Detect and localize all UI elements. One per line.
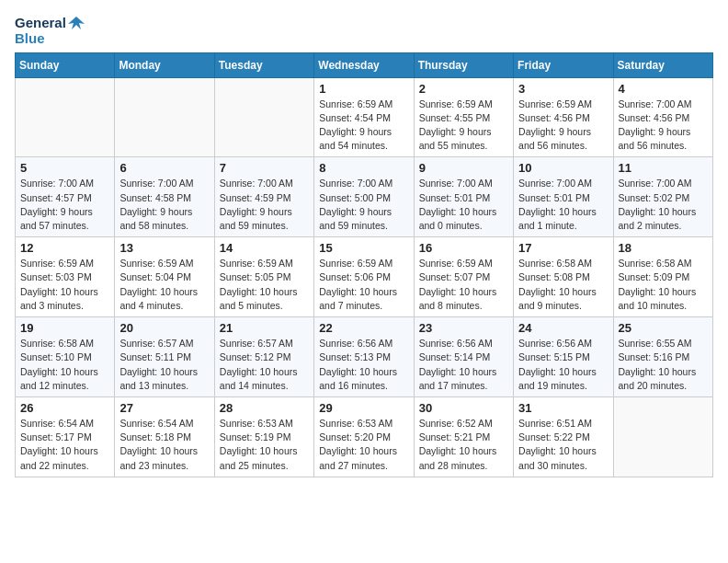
day-cell-10: 10Sunrise: 7:00 AM Sunset: 5:01 PM Dayli… — [514, 157, 613, 237]
day-number: 2 — [419, 82, 508, 96]
day-cell-17: 17Sunrise: 6:58 AM Sunset: 5:08 PM Dayli… — [514, 237, 613, 317]
day-info: Sunrise: 6:59 AM Sunset: 5:04 PM Dayligh… — [119, 257, 209, 313]
day-number: 19 — [20, 321, 109, 335]
day-number: 6 — [119, 161, 209, 175]
day-number: 28 — [220, 401, 309, 415]
page-header: General Blue — [15, 15, 713, 47]
weekday-header-wednesday: Wednesday — [314, 52, 414, 77]
day-info: Sunrise: 6:59 AM Sunset: 5:05 PM Dayligh… — [220, 257, 309, 313]
day-number: 15 — [319, 241, 408, 255]
logo: General Blue — [15, 15, 85, 47]
day-number: 16 — [419, 241, 508, 255]
day-number: 14 — [220, 241, 309, 255]
day-number: 7 — [220, 161, 309, 175]
day-info: Sunrise: 6:59 AM Sunset: 5:06 PM Dayligh… — [319, 257, 408, 313]
day-cell-23: 23Sunrise: 6:56 AM Sunset: 5:14 PM Dayli… — [414, 317, 513, 397]
day-number: 21 — [220, 321, 309, 335]
day-info: Sunrise: 6:57 AM Sunset: 5:12 PM Dayligh… — [220, 337, 309, 393]
day-info: Sunrise: 6:54 AM Sunset: 5:18 PM Dayligh… — [119, 417, 209, 473]
empty-cell — [115, 77, 214, 157]
day-cell-22: 22Sunrise: 6:56 AM Sunset: 5:13 PM Dayli… — [314, 317, 414, 397]
weekday-header-saturday: Saturday — [613, 52, 712, 77]
day-number: 30 — [419, 401, 508, 415]
day-info: Sunrise: 6:58 AM Sunset: 5:09 PM Dayligh… — [619, 257, 708, 313]
day-info: Sunrise: 6:58 AM Sunset: 5:10 PM Dayligh… — [20, 337, 109, 393]
day-info: Sunrise: 7:00 AM Sunset: 5:01 PM Dayligh… — [518, 177, 608, 233]
day-number: 29 — [319, 401, 408, 415]
weekday-header-row: SundayMondayTuesdayWednesdayThursdayFrid… — [16, 52, 713, 77]
day-info: Sunrise: 6:54 AM Sunset: 5:17 PM Dayligh… — [20, 417, 109, 473]
day-number: 12 — [20, 241, 109, 255]
day-number: 11 — [619, 161, 708, 175]
day-number: 24 — [518, 321, 608, 335]
day-cell-6: 6Sunrise: 7:00 AM Sunset: 4:58 PM Daylig… — [115, 157, 214, 237]
day-number: 8 — [319, 161, 408, 175]
day-number: 27 — [119, 401, 209, 415]
day-number: 20 — [119, 321, 209, 335]
day-info: Sunrise: 6:55 AM Sunset: 5:16 PM Dayligh… — [619, 337, 708, 393]
day-info: Sunrise: 6:52 AM Sunset: 5:21 PM Dayligh… — [419, 417, 508, 473]
day-cell-5: 5Sunrise: 7:00 AM Sunset: 4:57 PM Daylig… — [16, 157, 115, 237]
day-info: Sunrise: 6:57 AM Sunset: 5:11 PM Dayligh… — [119, 337, 209, 393]
day-info: Sunrise: 6:53 AM Sunset: 5:20 PM Dayligh… — [319, 417, 408, 473]
day-number: 3 — [518, 82, 608, 96]
day-info: Sunrise: 6:56 AM Sunset: 5:13 PM Dayligh… — [319, 337, 408, 393]
day-cell-1: 1Sunrise: 6:59 AM Sunset: 4:54 PM Daylig… — [314, 77, 414, 157]
day-cell-25: 25Sunrise: 6:55 AM Sunset: 5:16 PM Dayli… — [613, 317, 712, 397]
day-number: 22 — [319, 321, 408, 335]
week-row-3: 12Sunrise: 6:59 AM Sunset: 5:03 PM Dayli… — [16, 237, 713, 317]
weekday-header-sunday: Sunday — [16, 52, 115, 77]
day-info: Sunrise: 6:59 AM Sunset: 4:56 PM Dayligh… — [518, 98, 608, 154]
day-number: 26 — [20, 401, 109, 415]
day-number: 23 — [419, 321, 508, 335]
weekday-header-monday: Monday — [115, 52, 214, 77]
day-info: Sunrise: 6:59 AM Sunset: 5:03 PM Dayligh… — [20, 257, 109, 313]
day-cell-15: 15Sunrise: 6:59 AM Sunset: 5:06 PM Dayli… — [314, 237, 414, 317]
day-number: 5 — [20, 161, 109, 175]
day-info: Sunrise: 6:59 AM Sunset: 4:55 PM Dayligh… — [419, 98, 508, 154]
day-cell-30: 30Sunrise: 6:52 AM Sunset: 5:21 PM Dayli… — [414, 397, 513, 477]
day-cell-12: 12Sunrise: 6:59 AM Sunset: 5:03 PM Dayli… — [16, 237, 115, 317]
week-row-2: 5Sunrise: 7:00 AM Sunset: 4:57 PM Daylig… — [16, 157, 713, 237]
day-cell-16: 16Sunrise: 6:59 AM Sunset: 5:07 PM Dayli… — [414, 237, 513, 317]
day-cell-20: 20Sunrise: 6:57 AM Sunset: 5:11 PM Dayli… — [115, 317, 214, 397]
empty-cell — [214, 77, 313, 157]
day-cell-28: 28Sunrise: 6:53 AM Sunset: 5:19 PM Dayli… — [214, 397, 313, 477]
day-number: 10 — [518, 161, 608, 175]
week-row-1: 1Sunrise: 6:59 AM Sunset: 4:54 PM Daylig… — [16, 77, 713, 157]
day-cell-18: 18Sunrise: 6:58 AM Sunset: 5:09 PM Dayli… — [613, 237, 712, 317]
day-number: 13 — [119, 241, 209, 255]
day-number: 17 — [518, 241, 608, 255]
empty-cell — [613, 397, 712, 477]
day-number: 4 — [619, 82, 708, 96]
logo-bird-icon — [68, 15, 85, 31]
day-info: Sunrise: 6:56 AM Sunset: 5:14 PM Dayligh… — [419, 337, 508, 393]
day-cell-27: 27Sunrise: 6:54 AM Sunset: 5:18 PM Dayli… — [115, 397, 214, 477]
day-cell-4: 4Sunrise: 7:00 AM Sunset: 4:56 PM Daylig… — [613, 77, 712, 157]
day-cell-21: 21Sunrise: 6:57 AM Sunset: 5:12 PM Dayli… — [214, 317, 313, 397]
day-cell-7: 7Sunrise: 7:00 AM Sunset: 4:59 PM Daylig… — [214, 157, 313, 237]
day-number: 9 — [419, 161, 508, 175]
day-info: Sunrise: 7:00 AM Sunset: 4:56 PM Dayligh… — [619, 98, 708, 154]
day-info: Sunrise: 7:00 AM Sunset: 5:01 PM Dayligh… — [419, 177, 508, 233]
day-cell-9: 9Sunrise: 7:00 AM Sunset: 5:01 PM Daylig… — [414, 157, 513, 237]
weekday-header-friday: Friday — [514, 52, 613, 77]
day-cell-19: 19Sunrise: 6:58 AM Sunset: 5:10 PM Dayli… — [16, 317, 115, 397]
day-number: 25 — [619, 321, 708, 335]
weekday-header-tuesday: Tuesday — [214, 52, 313, 77]
calendar-table: SundayMondayTuesdayWednesdayThursdayFrid… — [15, 52, 713, 477]
day-cell-11: 11Sunrise: 7:00 AM Sunset: 5:02 PM Dayli… — [613, 157, 712, 237]
day-info: Sunrise: 7:00 AM Sunset: 4:59 PM Dayligh… — [220, 177, 309, 233]
week-row-4: 19Sunrise: 6:58 AM Sunset: 5:10 PM Dayli… — [16, 317, 713, 397]
day-info: Sunrise: 7:00 AM Sunset: 4:58 PM Dayligh… — [119, 177, 209, 233]
day-info: Sunrise: 6:59 AM Sunset: 4:54 PM Dayligh… — [319, 98, 408, 154]
day-info: Sunrise: 6:58 AM Sunset: 5:08 PM Dayligh… — [518, 257, 608, 313]
day-info: Sunrise: 7:00 AM Sunset: 5:00 PM Dayligh… — [319, 177, 408, 233]
day-cell-31: 31Sunrise: 6:51 AM Sunset: 5:22 PM Dayli… — [514, 397, 613, 477]
logo-text-block: General Blue — [15, 15, 85, 47]
svg-marker-0 — [68, 17, 85, 29]
logo-blue: Blue — [15, 31, 45, 47]
week-row-5: 26Sunrise: 6:54 AM Sunset: 5:17 PM Dayli… — [16, 397, 713, 477]
day-info: Sunrise: 6:51 AM Sunset: 5:22 PM Dayligh… — [518, 417, 608, 473]
day-number: 31 — [518, 401, 608, 415]
